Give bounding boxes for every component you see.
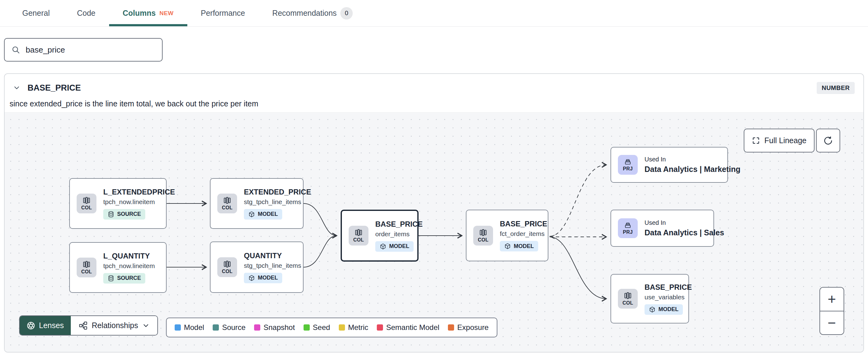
project-icon — [624, 221, 631, 229]
database-icon — [107, 211, 114, 218]
node-subtitle: stg_tpch_line_items — [244, 198, 301, 206]
legend-swatch — [339, 324, 345, 331]
cube-icon — [248, 211, 255, 218]
node-title: BASE_PRICE — [500, 219, 547, 228]
cube-icon — [248, 275, 255, 282]
search-row — [0, 27, 868, 62]
legend-item-snapshot: Snapshot — [254, 323, 294, 332]
column-kind-box: COL — [217, 194, 237, 213]
legend-swatch — [254, 324, 260, 331]
node-subtitle: tpch_now.lineitem — [103, 262, 155, 270]
lineage-legend: Model Source Snapshot Seed Metric Semant… — [166, 318, 497, 337]
node-title: QUANTITY — [244, 252, 282, 260]
column-kind-box: COL — [349, 226, 369, 245]
lineage-node-base-price-order-items[interactable]: COL BASE_PRICE order_items MODEL — [341, 210, 418, 262]
columns-icon — [624, 292, 632, 300]
search-input[interactable] — [26, 45, 155, 55]
lineage-node-base-price-fct-order-items[interactable]: COL BASE_PRICE fct_order_items MODEL — [466, 210, 548, 261]
column-panel: BASE_PRICE NUMBER since extended_price i… — [4, 73, 864, 353]
database-icon — [107, 275, 114, 282]
node-title: EXTENDED_PRICE — [244, 188, 311, 196]
column-description: since extended_price is the line item to… — [5, 96, 863, 113]
refresh-icon — [824, 136, 833, 145]
zoom-in-button[interactable]: + — [820, 288, 844, 312]
lineage-node-l-quantity[interactable]: COL L_QUANTITY tpch_now.lineitem SOURCE — [69, 242, 166, 293]
lineage-node-used-in-marketing[interactable]: PRJ Used In Data Analytics | Marketing — [611, 147, 728, 183]
chevron-down-icon[interactable] — [13, 84, 20, 91]
search-box[interactable] — [4, 38, 163, 62]
legend-item-seed: Seed — [304, 323, 330, 332]
cube-icon — [504, 243, 511, 249]
legend-item-semantic-model: Semantic Model — [377, 323, 439, 332]
columns-icon — [83, 260, 91, 268]
recommendations-count-badge: 0 — [340, 7, 353, 20]
cube-icon — [380, 243, 386, 250]
resource-badge: MODEL — [500, 241, 538, 252]
lenses-group: Lenses Relationships — [19, 316, 158, 335]
lineage-graph[interactable]: COL L_EXTENDEDPRICE tpch_now.lineitem SO… — [5, 112, 863, 352]
node-subtitle: use_variables — [645, 293, 685, 301]
refresh-button[interactable] — [816, 129, 840, 152]
node-subtitle: order_items — [375, 230, 410, 238]
lineage-node-used-in-sales[interactable]: PRJ Used In Data Analytics | Sales — [611, 210, 714, 247]
node-subtitle: fct_order_items — [500, 230, 545, 237]
zoom-out-button[interactable]: − — [820, 312, 844, 334]
edge — [304, 236, 337, 267]
resource-badge: MODEL — [375, 241, 413, 252]
columns-icon — [83, 196, 91, 204]
edge — [550, 165, 606, 236]
columns-icon — [479, 229, 487, 237]
chevron-down-icon — [143, 322, 149, 329]
column-kind-box: COL — [618, 289, 638, 308]
tab-general[interactable]: General — [9, 0, 63, 26]
relationships-dropdown[interactable]: Relationships — [71, 316, 157, 335]
column-kind-box: COL — [77, 258, 96, 277]
resource-badge: MODEL — [244, 273, 282, 283]
data-type-badge: NUMBER — [817, 82, 855, 94]
tab-recommendations[interactable]: Recommendations 0 — [259, 0, 366, 26]
lineage-node-extended-price[interactable]: COL EXTENDED_PRICE stg_tpch_line_items M… — [210, 178, 304, 229]
cube-icon — [649, 306, 656, 313]
legend-item-metric: Metric — [339, 323, 368, 332]
legend-item-exposure: Exposure — [448, 323, 488, 332]
column-kind-box: COL — [77, 194, 96, 213]
used-in-label: Used In — [645, 219, 666, 226]
tab-performance[interactable]: Performance — [187, 0, 259, 26]
node-title: Data Analytics | Sales — [645, 228, 724, 237]
lineage-node-base-price-use-variables[interactable]: COL BASE_PRICE use_variables MODEL — [611, 274, 689, 323]
node-subtitle: tpch_now.lineitem — [103, 198, 155, 206]
project-icon — [624, 158, 631, 166]
project-kind-box: PRJ — [618, 218, 638, 238]
edge-arrowhead — [551, 235, 555, 239]
tab-bar: General Code Columns NEW Performance Rec… — [0, 0, 868, 27]
legend-swatch — [175, 324, 181, 331]
tab-code[interactable]: Code — [63, 0, 109, 26]
resource-badge: SOURCE — [103, 273, 145, 284]
node-title: Data Analytics | Marketing — [645, 165, 740, 174]
resource-badge: MODEL — [645, 304, 683, 315]
tab-columns[interactable]: Columns NEW — [109, 0, 187, 26]
node-title: L_QUANTITY — [103, 252, 150, 260]
lens-aperture-icon — [27, 321, 35, 330]
lineage-node-l-extendedprice[interactable]: COL L_EXTENDEDPRICE tpch_now.lineitem SO… — [69, 178, 166, 229]
column-kind-box: COL — [473, 226, 493, 245]
columns-icon — [354, 229, 363, 237]
expand-icon — [752, 137, 760, 145]
lineage-node-quantity[interactable]: COL QUANTITY stg_tpch_line_items MODEL — [210, 241, 304, 293]
column-kind-box: COL — [217, 257, 237, 277]
column-name: BASE_PRICE — [28, 83, 81, 93]
node-title: BASE_PRICE — [645, 283, 692, 292]
legend-swatch — [304, 324, 310, 331]
resource-badge: MODEL — [244, 209, 282, 219]
legend-item-source: Source — [213, 323, 245, 332]
edge — [550, 237, 606, 299]
zoom-control: + − — [819, 287, 844, 335]
node-title: L_EXTENDEDPRICE — [103, 188, 175, 196]
lenses-button[interactable]: Lenses — [20, 316, 71, 335]
project-kind-box: PRJ — [618, 155, 638, 175]
legend-item-model: Model — [175, 323, 204, 332]
legend-swatch — [448, 324, 454, 331]
columns-icon — [223, 196, 231, 204]
used-in-label: Used In — [645, 156, 666, 163]
full-lineage-button[interactable]: Full Lineage — [744, 129, 814, 152]
